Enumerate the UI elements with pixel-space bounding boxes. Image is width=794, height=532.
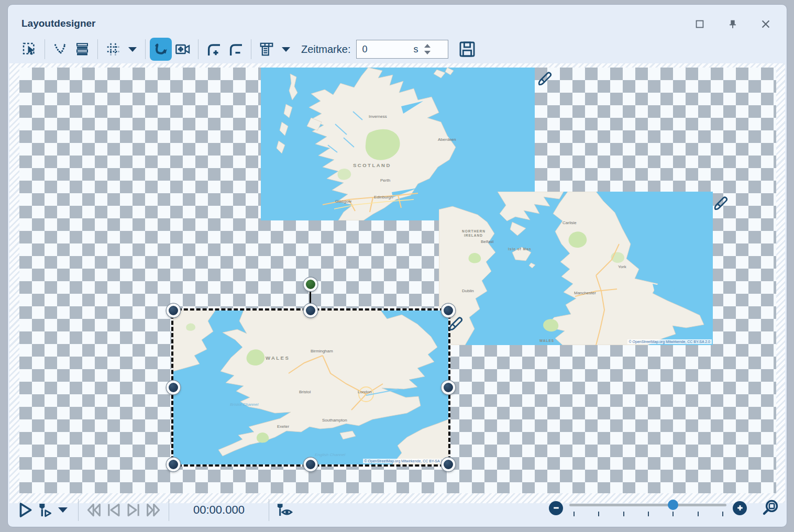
selection-handle-top-left[interactable]: [167, 304, 180, 317]
selection-handle-middle-right[interactable]: [442, 381, 455, 394]
maximize-button[interactable]: [692, 16, 708, 32]
text-layout-dropdown-arrow[interactable]: [282, 47, 290, 52]
grid-dropdown-arrow[interactable]: [128, 47, 137, 52]
map-label: Belfast: [481, 239, 494, 244]
fast-rewind-button[interactable]: [84, 500, 104, 520]
zeitmarke-input[interactable]: [362, 44, 413, 55]
edit-brush-button-north-england[interactable]: [712, 193, 730, 211]
map-label: Glasgow: [335, 199, 351, 204]
brush-icon: [712, 193, 730, 211]
selection-handle-bottom-right[interactable]: [442, 458, 455, 471]
selection-handle-bottom-center[interactable]: [304, 458, 317, 471]
footer-separator: [78, 499, 79, 521]
map-south-england-image: WALESBirminghamLondonBristolExeterSoutha…: [173, 311, 448, 464]
text-layout-icon: [259, 41, 274, 57]
zoom-slider-tick: [648, 512, 649, 516]
skip-to-end-icon: [125, 501, 142, 519]
zeitmarke-label: Zeitmarke:: [301, 43, 350, 56]
skip-to-start-icon: [105, 501, 123, 519]
fast-forward-button[interactable]: [144, 500, 163, 520]
add-curve-point-icon: [205, 41, 222, 58]
transparency-checkerboard[interactable]: SCOTLANDInvernessAberdeenPerthGlasgowEdi…: [19, 68, 776, 493]
playhead-eye-icon: [275, 501, 294, 519]
toolbar-separator: [45, 39, 45, 59]
grid-icon: [105, 41, 121, 57]
map-label: English Channel: [315, 452, 345, 457]
play-options-dropdown-arrow[interactable]: [58, 507, 68, 513]
motion-path-points-icon: [52, 41, 68, 57]
maximize-icon: [694, 18, 705, 30]
map-label: Dublin: [462, 289, 474, 293]
map-label: WALES: [266, 355, 290, 361]
selection-handle-top-center[interactable]: [304, 304, 317, 317]
camera-pan-icon: [174, 41, 191, 58]
close-button[interactable]: [758, 16, 774, 32]
edit-brush-button-scotland[interactable]: [536, 69, 554, 86]
fast-forward-icon: [145, 501, 162, 519]
map-object-north-england[interactable]: NORTHERNIRELANDBelfastDublinIsle of ManC…: [439, 192, 713, 345]
layout-canvas[interactable]: SCOTLANDInvernessAberdeenPerthGlasgowEdi…: [9, 63, 785, 503]
map-label: WALES: [539, 339, 554, 342]
zoom-slider-tick: [598, 512, 599, 516]
remove-curve-point-button[interactable]: [225, 38, 247, 61]
close-icon: [760, 18, 771, 30]
spinner-down-arrow[interactable]: [424, 51, 431, 54]
camera-pan-button[interactable]: [172, 38, 194, 61]
map-label: Perth: [380, 178, 390, 183]
minus-icon: [552, 504, 560, 512]
playhead-visibility-button[interactable]: [274, 500, 294, 520]
map-label: Exeter: [277, 424, 289, 429]
zoom-slider-tick: [672, 512, 674, 516]
zeitmarke-unit: s: [413, 44, 418, 55]
selection-handle-middle-left[interactable]: [167, 381, 180, 394]
spinner-up-arrow[interactable]: [424, 44, 431, 48]
text-layout-button[interactable]: [256, 38, 278, 61]
map-label: Southampton: [322, 418, 347, 423]
toolbar: Zeitmarke: s: [8, 34, 787, 64]
map-north-england-image: NORTHERNIRELANDBelfastDublinIsle of ManC…: [439, 192, 713, 345]
select-tool-icon: [21, 41, 37, 57]
toolbar-separator: [198, 39, 198, 59]
curve-tool-icon: [152, 41, 169, 58]
play-icon: [16, 501, 34, 519]
map-label: Carlisle: [563, 220, 577, 225]
zoom-slider-track[interactable]: [569, 504, 726, 506]
map-label: Aberdeen: [438, 137, 456, 142]
toolbar-separator: [145, 39, 146, 59]
curve-tool-button[interactable]: [150, 38, 172, 61]
zoom-slider-thumb[interactable]: [668, 500, 678, 510]
map-label: Isle of Man: [508, 247, 532, 251]
map-object-south-england[interactable]: WALESBirminghamLondonBristolExeterSoutha…: [173, 311, 448, 464]
zoom-in-button[interactable]: [733, 501, 747, 515]
plus-icon: [736, 504, 744, 512]
skip-to-start-button[interactable]: [104, 500, 124, 520]
pin-button[interactable]: [725, 16, 741, 32]
grid-button[interactable]: [102, 38, 124, 61]
pin-icon: [727, 18, 738, 30]
save-button[interactable]: [457, 39, 478, 60]
selection-handle-bottom-left[interactable]: [167, 458, 180, 471]
window-title: Layoutdesigner: [21, 18, 95, 29]
map-label: IRELAND: [464, 234, 483, 237]
zoom-controls: [549, 498, 779, 517]
edit-brush-button-south-england[interactable]: [447, 314, 465, 331]
layers-button[interactable]: [71, 38, 93, 61]
titlebar: Layoutdesigner: [8, 5, 787, 35]
zeitmarke-field: s: [356, 40, 448, 59]
play-button[interactable]: [15, 500, 35, 520]
motion-path-points-button[interactable]: [49, 38, 71, 61]
map-label: SCOTLAND: [353, 162, 391, 168]
remove-curve-point-icon: [227, 41, 244, 58]
skip-to-end-button[interactable]: [124, 500, 144, 520]
map-label: London: [358, 390, 372, 394]
map-label: Bristol: [299, 390, 311, 394]
zoom-out-button[interactable]: [549, 501, 563, 515]
play-from-playhead-button[interactable]: [35, 500, 55, 520]
rotation-handle[interactable]: [304, 278, 317, 291]
play-from-playhead-icon: [36, 501, 54, 519]
zoom-slider[interactable]: [569, 499, 726, 517]
add-curve-point-button[interactable]: [203, 38, 225, 61]
zoom-fit-button[interactable]: [760, 498, 779, 517]
transport-bar: 00:00.000: [8, 493, 787, 527]
select-tool-button[interactable]: [18, 38, 40, 61]
